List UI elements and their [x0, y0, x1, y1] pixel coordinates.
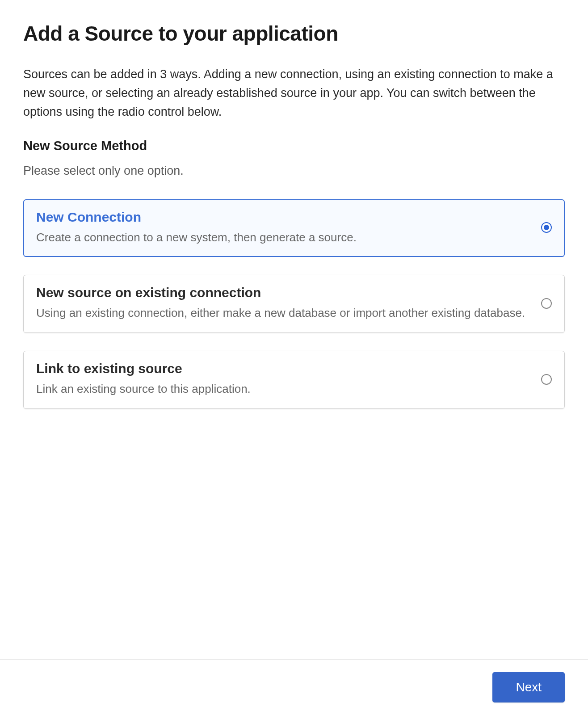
- option-title: New source on existing connection: [36, 285, 530, 300]
- option-description: Using an existing connection, either mak…: [36, 305, 530, 322]
- next-button[interactable]: Next: [492, 672, 565, 702]
- option-description: Link an existing source to this applicat…: [36, 381, 530, 398]
- option-description: Create a connection to a new system, the…: [36, 229, 530, 246]
- option-link-existing-source[interactable]: Link to existing source Link an existing…: [23, 351, 565, 409]
- hint-text: Please select only one option.: [23, 164, 565, 178]
- radio-button-icon: [541, 298, 552, 309]
- option-existing-connection[interactable]: New source on existing connection Using …: [23, 275, 565, 333]
- dialog-content: Add a Source to your application Sources…: [0, 0, 588, 409]
- option-title: Link to existing source: [36, 361, 530, 376]
- option-title: New Connection: [36, 210, 530, 225]
- radio-button-icon: [541, 222, 552, 233]
- method-heading: New Source Method: [23, 139, 565, 153]
- intro-text: Sources can be added in 3 ways. Adding a…: [23, 65, 565, 122]
- radio-button-icon: [541, 374, 552, 385]
- dialog-footer: Next: [0, 659, 588, 715]
- option-new-connection[interactable]: New Connection Create a connection to a …: [23, 199, 565, 257]
- option-text: New Connection Create a connection to a …: [36, 210, 541, 246]
- page-title: Add a Source to your application: [23, 21, 565, 46]
- source-method-radio-group: New Connection Create a connection to a …: [23, 199, 565, 409]
- option-text: Link to existing source Link an existing…: [36, 361, 541, 398]
- option-text: New source on existing connection Using …: [36, 285, 541, 322]
